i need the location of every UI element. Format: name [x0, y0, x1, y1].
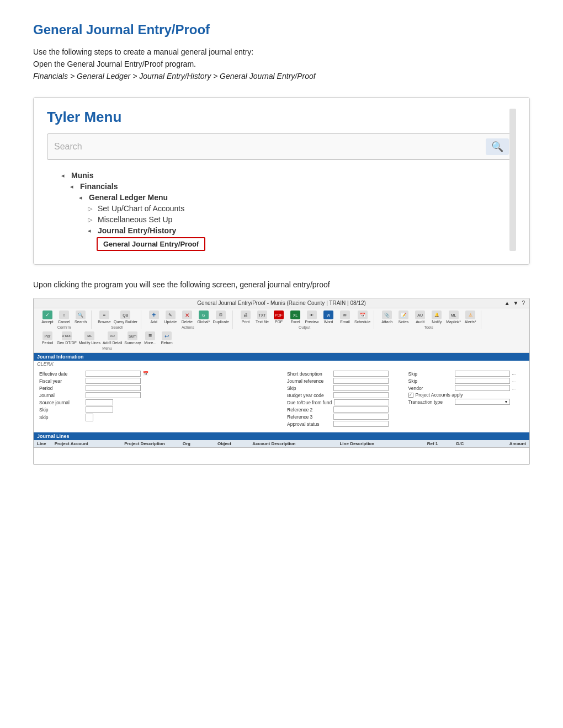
caption-text: Upon clicking the program you will see t… [33, 280, 530, 289]
return-button[interactable]: ↩ Return [160, 331, 174, 345]
col-account-description: Account Description [252, 441, 339, 446]
reference3-input[interactable] [333, 414, 389, 420]
period-input[interactable] [86, 385, 141, 391]
query-builder-button[interactable]: QB Query Builder [114, 311, 137, 324]
toolbar-group-search: ≡ Browse QB Query Builder Search [94, 311, 141, 329]
journal-ref-row: Journal reference [287, 378, 403, 384]
skip-dots-2[interactable]: ... [512, 378, 516, 383]
search-button-toolbar[interactable]: 🔍 Search [73, 311, 88, 324]
pdf-button[interactable]: PDF PDF [272, 311, 286, 324]
text-file-button[interactable]: TXT Text file [255, 311, 269, 324]
skip-fr-input1[interactable] [455, 371, 510, 377]
header-icon-help[interactable]: ? [522, 300, 525, 306]
word-button[interactable]: W Word [321, 311, 336, 324]
skip-input-1[interactable] [86, 406, 113, 413]
addl-detail-button[interactable]: AD Add'l Detail [103, 331, 122, 345]
attach-button[interactable]: 📎 Attach [380, 311, 394, 324]
skip-mid-input[interactable] [333, 385, 389, 391]
search-row[interactable]: Search 🔍 [47, 133, 516, 160]
header-icon-down[interactable]: ▼ [513, 300, 519, 306]
tree-item-journal-history[interactable]: ◂ Journal Entry/History [52, 226, 516, 235]
reference3-row: Reference 3 [287, 414, 403, 420]
journal-input[interactable] [86, 392, 141, 398]
approval-status-row: Approval status [287, 421, 403, 427]
transaction-type-row: Transaction type ▼ [408, 399, 524, 405]
gje-proof-label[interactable]: General Journal Entry/Proof [97, 237, 205, 251]
reference2-input[interactable] [333, 406, 389, 413]
approval-status-input[interactable] [333, 421, 389, 427]
notes-button[interactable]: 📝 Notes [396, 311, 411, 324]
email-button[interactable]: ✉ Email [338, 311, 352, 324]
skip-fr-row2: Skip ... [408, 378, 524, 384]
duplicate-button[interactable]: ⊡ Duplicate [213, 311, 229, 324]
short-desc-row: Short description [287, 371, 403, 377]
journal-ref-input[interactable] [333, 378, 389, 384]
skip-input-2[interactable] [86, 414, 93, 421]
tree-item-financials[interactable]: ◂ Financials [52, 182, 516, 191]
fiscal-year-label: Fiscal year [39, 378, 83, 384]
period-label: Period [39, 386, 83, 391]
tree-item-general-ledger[interactable]: ◂ General Ledger Menu [52, 193, 516, 202]
budget-year-input[interactable] [333, 392, 389, 398]
tree-item-gje-proof[interactable]: General Journal Entry/Proof [52, 237, 516, 251]
effective-date-input[interactable] [86, 371, 141, 377]
maplink-button[interactable]: ML Maplink* [446, 311, 461, 324]
misc-setup-label: Miscellaneous Set Up [98, 215, 172, 224]
audit-button[interactable]: AU Audit [413, 311, 427, 324]
skip-fr-label1: Skip [408, 371, 453, 377]
transaction-type-input[interactable]: ▼ [455, 399, 510, 405]
vendor-dots[interactable]: ... [512, 386, 516, 390]
print-button[interactable]: 🖨 Print [238, 311, 253, 324]
toolbar-group-tools: 📎 Attach 📝 Notes AU Audit 🔔 Notify ML [376, 311, 481, 329]
toolbar-group-actions: + Add ✎ Update ✕ Delete G Global* ⊡ Du [144, 311, 233, 329]
skip-fr-input2[interactable] [455, 378, 510, 384]
tree-item-setup-chart[interactable]: ▷ Set Up/Chart of Accounts [52, 204, 516, 213]
short-desc-input[interactable] [333, 371, 389, 377]
scrollbar[interactable] [509, 109, 516, 251]
col-line: Line [37, 441, 55, 446]
accept-button[interactable]: ✓ Accept [40, 311, 55, 324]
search-placeholder: Search [54, 142, 486, 152]
col-project-account: Project Account [55, 441, 125, 446]
cancel-button[interactable]: ○ Cancel [57, 311, 71, 324]
col-object: Object [217, 441, 252, 446]
excel-button[interactable]: XL Excel [288, 311, 302, 324]
journal-label: Journal [39, 393, 83, 398]
fiscal-year-input[interactable] [86, 378, 141, 384]
summary-button[interactable]: Sum Summary [124, 331, 141, 345]
project-accounts-checkbox[interactable]: ✓ [408, 393, 413, 398]
form-left-column: Effective date 📅 Fiscal year Period Jour… [39, 370, 276, 428]
vendor-input[interactable] [455, 385, 510, 391]
gen-dtdf-button[interactable]: DT/DF Gen DT/DF [57, 331, 77, 345]
reference3-label: Reference 3 [287, 414, 331, 420]
source-journal-label: Source journal [39, 400, 83, 405]
tyler-menu-title: Tyler Menu [47, 109, 516, 126]
notify-button[interactable]: 🔔 Notify [429, 311, 444, 324]
preview-button[interactable]: 👁 Preview [305, 311, 319, 324]
due-from-fund-input[interactable] [334, 399, 389, 405]
fiscal-year-row: Fiscal year [39, 378, 276, 384]
schedule-button[interactable]: 📅 Schedule [354, 311, 370, 324]
add-button[interactable]: + Add [147, 311, 161, 324]
due-from-fund-row: Due to/Due from fund [287, 399, 403, 405]
project-accounts-row: ✓ Project Accounts apply [408, 392, 524, 398]
header-icon-up[interactable]: ▲ [504, 300, 510, 306]
app-header-icons: ▲ ▼ ? [504, 300, 525, 306]
toolbar-group-menu: Per Period DT/DF Gen DT/DF ML Modify Lin… [37, 331, 177, 350]
search-button[interactable]: 🔍 [486, 138, 509, 155]
form-middle-sub: Short description Journal reference Skip… [287, 370, 403, 428]
source-journal-input[interactable] [86, 399, 113, 405]
calendar-icon[interactable]: 📅 [143, 371, 148, 376]
update-button[interactable]: ✎ Update [163, 311, 178, 324]
more-button[interactable]: ☰ More... [143, 331, 157, 345]
global-button[interactable]: G Global* [196, 311, 211, 324]
skip-dots-1[interactable]: ... [512, 371, 516, 376]
period-button[interactable]: Per Period [40, 331, 55, 345]
tree-item-misc-setup[interactable]: ▷ Miscellaneous Set Up [52, 215, 516, 224]
alerts-button[interactable]: ⚠ Alerts* [463, 311, 477, 324]
source-journal-row: Source journal [39, 399, 276, 405]
tree-item-munis[interactable]: ◂ Munis [52, 171, 516, 180]
browse-button[interactable]: ≡ Browse [97, 311, 111, 324]
delete-button[interactable]: ✕ Delete [180, 311, 194, 324]
modify-lines-button[interactable]: ML Modify Lines [79, 331, 100, 345]
